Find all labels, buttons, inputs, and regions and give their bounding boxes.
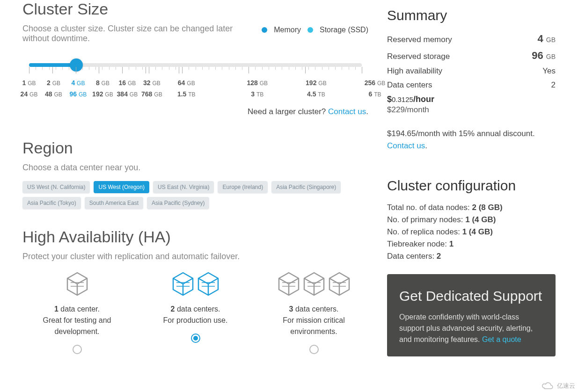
price-hourly: $0.3125/hour (387, 94, 556, 104)
scale-item: 1.5 TB (177, 90, 196, 98)
scale-item: 384 GB (117, 90, 138, 98)
storage-scale: 24 GB48 GB96 GB192 GB384 GB768 GB1.5 TB3… (22, 90, 368, 100)
discount-text: $194.65/month with 15% annual discount. … (387, 128, 556, 152)
scale-item: 32 GB (143, 79, 161, 87)
memory-scale: 1 GB2 GB4 GB8 GB16 GB32 GB64 GB128 GB192… (22, 79, 368, 88)
cfg-data-centers: Data centers: 2 (387, 252, 556, 261)
scale-item: 192 GB (92, 90, 113, 98)
region-pill[interactable]: US West (N. California) (22, 181, 90, 193)
ha-option-text: 1 data center.Great for testing and deve… (22, 304, 132, 337)
config-title: Cluster configuration (387, 178, 556, 194)
support-box: Get Dedicated Support Operate confidentl… (387, 274, 556, 356)
ha-radio[interactable] (73, 345, 82, 354)
legend-memory-label: Memory (274, 26, 301, 34)
legend-memory-dot (262, 27, 267, 33)
datacenter-icon (141, 270, 250, 298)
scale-item: 4.5 TB (307, 90, 325, 98)
region-pill[interactable]: South America East (85, 197, 143, 209)
scale-item: 64 GB (178, 79, 195, 87)
region-pill[interactable]: US West (Oregon) (94, 181, 149, 193)
region-pill[interactable]: Asia Pacific (Singapore) (271, 181, 341, 193)
ha-title: High Availability (HA) (22, 228, 368, 246)
discount-contact-link[interactable]: Contact us (387, 141, 425, 150)
cluster-size-slider[interactable]: 1 GB2 GB4 GB8 GB16 GB32 GB64 GB128 GB192… (22, 63, 368, 100)
region-pill[interactable]: US East (N. Virginia) (153, 181, 214, 193)
support-title: Get Dedicated Support (399, 287, 543, 305)
summary-memory: Reserved memory 4 GB (387, 33, 556, 45)
ha-options: 1 data center.Great for testing and deve… (22, 270, 368, 354)
summary-ha: High availability Yes (387, 66, 556, 76)
scale-item: 128 GB (247, 79, 268, 87)
scale-item: 96 GB (70, 90, 87, 98)
scale-item: 3 TB (251, 90, 263, 98)
contact-us-link[interactable]: Contact us (328, 107, 366, 116)
scale-item: 48 GB (45, 90, 62, 98)
summary-title: Summary (387, 7, 556, 23)
region-options: US West (N. California)US West (Oregon)U… (22, 181, 368, 209)
summary-storage: Reserved storage 96 GB (387, 50, 556, 62)
support-body: Operate confidently with world-class sup… (399, 312, 543, 345)
ha-option-text: 3 data centers.For mission critical envi… (259, 304, 368, 337)
scale-item: 24 GB (21, 90, 38, 98)
scale-item: 192 GB (306, 79, 327, 87)
datacenter-icon (22, 270, 132, 298)
ha-subtitle: Protect your cluster with replication an… (22, 252, 368, 261)
ha-option[interactable]: 3 data centers.For mission critical envi… (259, 270, 368, 354)
region-pill[interactable]: Europe (Ireland) (218, 181, 268, 193)
region-pill[interactable]: Asia Pacific (Sydney) (147, 197, 209, 209)
region-pill[interactable]: Asia Pacific (Tokyo) (22, 197, 81, 209)
legend-storage-label: Storage (SSD) (320, 26, 368, 34)
get-quote-link[interactable]: Get a quote (482, 335, 521, 343)
legend: Memory Storage (SSD) (262, 24, 368, 34)
datacenter-icon (259, 270, 368, 298)
watermark: 亿速云 (541, 382, 575, 390)
scale-item: 256 GB (365, 79, 386, 87)
scale-item: 8 GB (96, 79, 110, 87)
cluster-size-subtitle: Choose a cluster size. Cluster size can … (22, 24, 252, 44)
price-monthly: $229/month (387, 105, 556, 115)
cfg-tiebreaker: Tiebreaker node: 1 (387, 240, 556, 249)
scale-item: 16 GB (118, 79, 136, 87)
cluster-size-title: Cluster Size (22, 0, 368, 18)
summary-dc: Data centers 2 (387, 80, 556, 90)
ha-option[interactable]: 1 data center.Great for testing and deve… (22, 270, 132, 354)
legend-storage-dot (307, 27, 313, 33)
cfg-data-nodes: Total no. of data nodes: 2 (8 GB) (387, 203, 556, 212)
scale-item: 6 TB (368, 90, 381, 98)
cloud-icon (541, 382, 555, 390)
scale-item: 4 GB (71, 79, 85, 87)
region-subtitle: Choose a data center near you. (22, 163, 368, 173)
ha-option[interactable]: 2 data centers.For production use. (141, 270, 250, 354)
ha-radio[interactable] (191, 334, 200, 343)
scale-item: 1 GB (22, 79, 36, 87)
scale-item: 2 GB (47, 79, 60, 87)
region-title: Region (22, 139, 368, 157)
scale-item: 768 GB (141, 90, 162, 98)
need-larger-text: Need a larger cluster? Contact us. (22, 107, 368, 116)
cfg-replica-nodes: No. of replica nodes: 1 (4 GB) (387, 227, 556, 237)
ha-radio[interactable] (309, 345, 319, 354)
cfg-primary-nodes: No. of primary nodes: 1 (4 GB) (387, 215, 556, 225)
ha-option-text: 2 data centers.For production use. (141, 304, 250, 326)
